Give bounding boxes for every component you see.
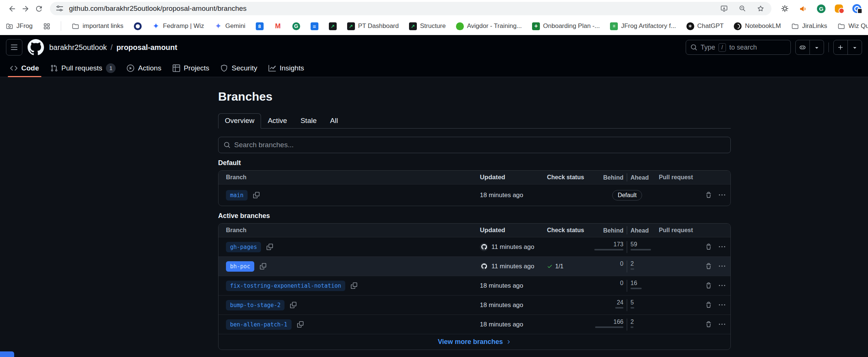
committer-avatar[interactable] bbox=[480, 262, 488, 271]
bookmark-item[interactable]: JFrog bbox=[5, 22, 32, 30]
copy-branch-name-icon[interactable] bbox=[351, 282, 357, 289]
bookmark-item[interactable]: ↗ Structure bbox=[409, 22, 446, 30]
repo-nav-code[interactable]: Code bbox=[4, 60, 45, 77]
branches-tabnav: OverviewActiveStaleAll bbox=[218, 113, 731, 129]
grammarly-extension-icon[interactable]: G bbox=[817, 4, 825, 13]
bookmark-item[interactable]: 8 bbox=[255, 22, 264, 30]
branch-name-badge[interactable]: fix-tostring-exponential-notation bbox=[226, 281, 345, 291]
copy-branch-name-icon[interactable] bbox=[253, 192, 260, 198]
copy-branch-name-icon[interactable] bbox=[267, 244, 273, 250]
browser-reload-button[interactable] bbox=[32, 2, 45, 15]
delete-branch-icon[interactable] bbox=[705, 244, 712, 250]
delete-branch-icon[interactable] bbox=[705, 192, 712, 198]
branch-name-badge[interactable]: main bbox=[226, 190, 248, 200]
branch-table-row[interactable]: bump-to-stage-2 18 minutes ago 24 5 bbox=[218, 295, 730, 315]
delete-branch-icon[interactable] bbox=[705, 321, 712, 328]
row-menu-kebab-icon[interactable] bbox=[719, 321, 725, 328]
repo-nav-security[interactable]: Security bbox=[215, 60, 263, 77]
branches-tab-all[interactable]: All bbox=[323, 113, 345, 129]
nav-item-counter: 1 bbox=[106, 63, 116, 73]
create-new-button[interactable] bbox=[833, 40, 862, 55]
bookmark-item[interactable]: ↗ PT Dashboard bbox=[347, 22, 399, 30]
repo-nav-insights[interactable]: Insights bbox=[263, 60, 309, 77]
bookmark-item[interactable]: + Onboarding Plan -... bbox=[532, 22, 600, 30]
bookmark-item[interactable]: Avigdor - Training... bbox=[456, 22, 522, 30]
breadcrumb-repo[interactable]: proposal-amount bbox=[116, 43, 177, 52]
bookmark-item[interactable]: ↗ bbox=[328, 22, 337, 30]
bookmark-item[interactable]: M bbox=[274, 22, 282, 30]
branch-table-row[interactable]: main 18 minutes ago Default bbox=[218, 184, 730, 206]
repo-nav-pull-requests[interactable]: Pull requests 1 bbox=[45, 60, 122, 77]
bookmark-item[interactable]: ✦ Fedramp | Wiz bbox=[152, 22, 204, 30]
row-menu-kebab-icon[interactable] bbox=[719, 192, 725, 198]
committer-avatar[interactable] bbox=[480, 243, 488, 251]
branch-name-badge[interactable]: bump-to-stage-2 bbox=[226, 300, 284, 310]
branch-table-row[interactable]: fix-tostring-exponential-notation 18 min… bbox=[218, 276, 730, 295]
copilot-button[interactable] bbox=[795, 40, 824, 55]
bookmark-item[interactable] bbox=[133, 22, 142, 30]
repo-nav: Code Pull requests 1 Actions Projects Se… bbox=[0, 60, 868, 77]
delete-branch-icon[interactable] bbox=[705, 282, 712, 289]
install-app-icon[interactable] bbox=[720, 4, 728, 13]
breadcrumb-separator: / bbox=[111, 43, 113, 52]
bookmark-item[interactable]: ChatGPT bbox=[686, 22, 724, 30]
repo-nav-actions[interactable]: Actions bbox=[121, 60, 167, 77]
delete-branch-icon[interactable] bbox=[705, 263, 712, 269]
branch-table-row[interactable]: gh-pages 11 minutes ago 173 59 bbox=[218, 237, 730, 256]
github-logo-icon[interactable] bbox=[28, 39, 44, 56]
branch-table-row[interactable]: bh-poc 11 minutes ago 1/1 0 2 bbox=[218, 256, 730, 276]
slash-key-hint: / bbox=[718, 43, 726, 52]
row-menu-kebab-icon[interactable] bbox=[719, 244, 725, 250]
bookmark-item[interactable] bbox=[43, 22, 51, 30]
branches-tab-active[interactable]: Active bbox=[261, 113, 294, 129]
bookmark-item[interactable]: G bbox=[292, 22, 300, 30]
branch-name-badge[interactable]: bh-poc bbox=[226, 261, 254, 272]
gear-extension-icon[interactable] bbox=[780, 4, 789, 13]
bookmark-item[interactable]: JiraLinks bbox=[791, 22, 827, 30]
create-new-caret-icon[interactable] bbox=[847, 40, 862, 54]
copilot-caret-icon[interactable] bbox=[809, 40, 824, 54]
repo-nav-projects[interactable]: Projects bbox=[167, 60, 215, 77]
branches-tab-overview[interactable]: Overview bbox=[218, 113, 261, 129]
branch-table-row[interactable]: ben-allen-patch-1 18 minutes ago 166 2 bbox=[218, 315, 730, 334]
global-search-input[interactable]: Type / to search bbox=[686, 40, 791, 55]
nav-item-label: Insights bbox=[280, 64, 304, 72]
url-text[interactable]: github.com/barakhr25outlook/proposal-amo… bbox=[69, 4, 720, 13]
behind-bar bbox=[615, 307, 623, 309]
branches-tab-stale[interactable]: Stale bbox=[294, 113, 323, 129]
bookmark-item[interactable]: NotebookLM bbox=[734, 22, 781, 30]
view-more-branches-link[interactable]: View more branches bbox=[438, 338, 503, 346]
copy-branch-name-icon[interactable] bbox=[290, 302, 296, 308]
bookmark-item[interactable]: important links bbox=[71, 22, 123, 30]
bookmark-item[interactable]: ≡ bbox=[310, 22, 318, 30]
browser-back-button[interactable] bbox=[5, 2, 19, 15]
copy-branch-name-icon[interactable] bbox=[297, 321, 304, 328]
nav-item-label: Projects bbox=[184, 64, 210, 72]
row-menu-kebab-icon[interactable] bbox=[719, 282, 725, 289]
zoom-icon[interactable] bbox=[738, 4, 746, 13]
blocked-extension-icon[interactable] bbox=[835, 4, 843, 13]
hamburger-menu-button[interactable] bbox=[6, 39, 22, 56]
bookmark-item[interactable]: ✦ Gemini bbox=[214, 22, 245, 30]
breadcrumb-owner[interactable]: barakhr25outlook bbox=[49, 43, 107, 52]
search-branches-input[interactable]: Search branches... bbox=[218, 137, 731, 153]
branch-name-badge[interactable]: gh-pages bbox=[226, 242, 261, 252]
bookmark-item[interactable]: Wiz Queries bbox=[837, 22, 868, 30]
browser-forward-button[interactable] bbox=[19, 2, 32, 15]
bookmark-label: JiraLinks bbox=[802, 22, 827, 30]
plus-icon[interactable] bbox=[834, 40, 847, 54]
row-menu-kebab-icon[interactable] bbox=[719, 263, 725, 269]
check-status-cell[interactable]: 1/1 bbox=[547, 263, 595, 270]
bookmark-item[interactable]: ≡ JFrog Artifactory f... bbox=[610, 22, 676, 30]
site-settings-icon[interactable] bbox=[55, 4, 64, 13]
bookmark-favicon bbox=[686, 22, 694, 30]
copilot-icon[interactable] bbox=[796, 40, 809, 54]
password-manager-extension-icon[interactable] bbox=[852, 4, 861, 13]
address-bar[interactable]: github.com/barakhr25outlook/proposal-amo… bbox=[50, 2, 771, 15]
delete-branch-icon[interactable] bbox=[705, 302, 712, 308]
copy-branch-name-icon[interactable] bbox=[260, 263, 266, 269]
megaphone-extension-icon[interactable] bbox=[799, 4, 808, 13]
row-menu-kebab-icon[interactable] bbox=[719, 302, 725, 308]
bookmark-star-icon[interactable] bbox=[757, 4, 765, 13]
branch-name-badge[interactable]: ben-allen-patch-1 bbox=[226, 319, 292, 330]
